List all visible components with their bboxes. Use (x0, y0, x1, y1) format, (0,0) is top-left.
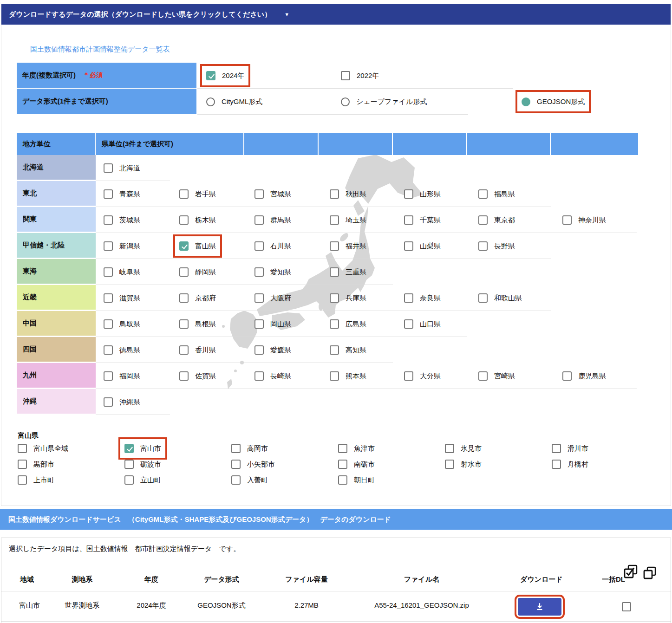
pref-checkbox-福岡県[interactable]: 福岡県 (104, 370, 140, 382)
option-label: 鳥取県 (119, 320, 140, 329)
year-option-2022年[interactable]: 2022年 (341, 70, 379, 81)
region-row-甲信越・北陸: 甲信越・北陸新潟県富山県石川県福井県山梨県長野県 (17, 233, 638, 259)
download-button[interactable] (518, 598, 561, 616)
year-option-2024年[interactable]: 2024年 (206, 70, 244, 81)
divider (96, 285, 393, 285)
checkbox-icon (478, 241, 488, 251)
checkbox-icon (478, 215, 488, 225)
option-label: 2024年 (222, 71, 244, 80)
pref-checkbox-高知県[interactable]: 高知県 (330, 344, 366, 356)
pref-checkbox-石川県[interactable]: 石川県 (254, 240, 291, 252)
batch-dl-checkbox[interactable] (622, 602, 631, 611)
city-checkbox-入善町[interactable]: 入善町 (231, 475, 268, 485)
pref-checkbox-山口県[interactable]: 山口県 (404, 318, 441, 330)
city-checkbox-富山市[interactable]: 富山市 (124, 443, 161, 454)
checkbox-icon (445, 444, 454, 453)
pref-checkbox-宮崎県[interactable]: 宮崎県 (478, 370, 515, 382)
city-checkbox-滑川市[interactable]: 滑川市 (552, 443, 588, 454)
pref-checkbox-茨城県[interactable]: 茨城県 (104, 214, 140, 226)
pref-checkbox-奈良県[interactable]: 奈良県 (404, 292, 441, 304)
pref-checkbox-秋田県[interactable]: 秋田県 (330, 188, 366, 200)
divider (1, 621, 671, 622)
pref-checkbox-神奈川県[interactable]: 神奈川県 (562, 214, 606, 226)
region-label: 沖縄 (17, 389, 96, 414)
city-checkbox-朝日町[interactable]: 朝日町 (338, 475, 375, 485)
pref-checkbox-愛媛県[interactable]: 愛媛県 (254, 344, 291, 356)
option-label: GEOJSON形式 (537, 97, 585, 106)
city-checkbox-小矢部市[interactable]: 小矢部市 (231, 459, 275, 469)
city-checkbox-舟橋村[interactable]: 舟橋村 (552, 459, 588, 469)
pref-checkbox-岩手県[interactable]: 岩手県 (179, 188, 216, 200)
panel-header[interactable]: ダウンロードするデータの選択（ダウンロードしたい県をクリックしてください） ▼ (1, 4, 671, 25)
checkbox-icon (404, 189, 413, 199)
pref-checkbox-栃木県[interactable]: 栃木県 (179, 214, 216, 226)
pref-checkbox-和歌山県[interactable]: 和歌山県 (478, 292, 522, 304)
format-option-CityGML形式[interactable]: CityGML形式 (206, 96, 262, 107)
pref-checkbox-福島県[interactable]: 福島県 (478, 188, 515, 200)
checkbox-icon (254, 241, 264, 251)
pref-checkbox-青森県[interactable]: 青森県 (104, 188, 140, 200)
city-checkbox-射水市[interactable]: 射水市 (445, 459, 482, 469)
download-col-header-データ形式: データ形式 (204, 575, 239, 584)
header-cell-empty (244, 133, 319, 155)
data-list-link[interactable]: 国土数値情報都市計画情報整備データ一覧表 (30, 45, 170, 54)
pref-checkbox-千葉県[interactable]: 千葉県 (404, 214, 441, 226)
option-label: 岐阜県 (119, 268, 140, 277)
pref-checkbox-三重県[interactable]: 三重県 (330, 266, 366, 278)
pref-checkbox-熊本県[interactable]: 熊本県 (330, 370, 366, 382)
select-all-icon[interactable] (623, 564, 639, 581)
pref-checkbox-大分県[interactable]: 大分県 (404, 370, 441, 382)
pref-checkbox-鳥取県[interactable]: 鳥取県 (104, 318, 140, 330)
pref-checkbox-宮城県[interactable]: 宮城県 (254, 188, 291, 200)
pref-checkbox-福井県[interactable]: 福井県 (330, 240, 366, 252)
city-checkbox-魚津市[interactable]: 魚津市 (338, 443, 375, 454)
pref-checkbox-長崎県[interactable]: 長崎県 (254, 370, 291, 382)
pref-checkbox-埼玉県[interactable]: 埼玉県 (330, 214, 366, 226)
city-checkbox-上市町[interactable]: 上市町 (18, 475, 54, 485)
option-label: 奈良県 (420, 294, 441, 303)
pref-checkbox-長野県[interactable]: 長野県 (478, 240, 515, 252)
pref-checkbox-佐賀県[interactable]: 佐賀県 (179, 370, 216, 382)
pref-checkbox-兵庫県[interactable]: 兵庫県 (330, 292, 366, 304)
pref-checkbox-山形県[interactable]: 山形県 (404, 188, 441, 200)
option-label: 北海道 (119, 164, 140, 173)
pref-checkbox-沖縄県[interactable]: 沖縄県 (104, 396, 140, 408)
pref-checkbox-東京都[interactable]: 東京都 (478, 214, 515, 226)
pref-checkbox-大阪府[interactable]: 大阪府 (254, 292, 291, 304)
cell-datum: 世界測地系 (65, 601, 100, 610)
option-label: 舟橋村 (568, 460, 588, 469)
pref-checkbox-島根県[interactable]: 島根県 (179, 318, 216, 330)
format-filter-row: データ形式(1件まで選択可) CityGML形式シェープファイル形式GEOJSO… (17, 89, 655, 115)
pref-checkbox-岡山県[interactable]: 岡山県 (254, 318, 291, 330)
pref-checkbox-新潟県[interactable]: 新潟県 (104, 240, 140, 252)
deselect-all-icon[interactable] (642, 566, 657, 581)
city-checkbox-南砺市[interactable]: 南砺市 (338, 459, 375, 469)
pref-checkbox-岐阜県[interactable]: 岐阜県 (104, 266, 140, 278)
pref-checkbox-広島県[interactable]: 広島県 (330, 318, 366, 330)
pref-checkbox-徳島県[interactable]: 徳島県 (104, 344, 140, 356)
city-checkbox-砺波市[interactable]: 砺波市 (124, 459, 161, 469)
region-row-関東: 関東茨城県栃木県群馬県埼玉県千葉県東京都神奈川県 (17, 207, 638, 233)
format-option-GEOJSON形式[interactable]: GEOJSON形式 (522, 96, 585, 107)
city-checkbox-黒部市[interactable]: 黒部市 (18, 459, 54, 469)
pref-checkbox-群馬県[interactable]: 群馬県 (254, 214, 291, 226)
city-checkbox-富山県全域[interactable]: 富山県全域 (18, 443, 68, 454)
city-checkbox-立山町[interactable]: 立山町 (124, 475, 161, 485)
checkbox-icon (552, 444, 561, 453)
checkbox-icon (104, 241, 113, 251)
pref-checkbox-愛知県[interactable]: 愛知県 (254, 266, 291, 278)
format-option-シェープファイル形式[interactable]: シェープファイル形式 (341, 96, 427, 107)
pref-checkbox-静岡県[interactable]: 静岡県 (179, 266, 216, 278)
pref-checkbox-香川県[interactable]: 香川県 (179, 344, 216, 356)
pref-checkbox-北海道[interactable]: 北海道 (104, 162, 140, 174)
pref-checkbox-山梨県[interactable]: 山梨県 (404, 240, 441, 252)
pref-checkbox-滋賀県[interactable]: 滋賀県 (104, 292, 140, 304)
pref-checkbox-富山県[interactable]: 富山県 (179, 240, 216, 252)
pref-checkbox-鹿児島県[interactable]: 鹿児島県 (562, 370, 606, 382)
checkbox-icon (330, 345, 339, 355)
city-checkbox-氷見市[interactable]: 氷見市 (445, 443, 482, 454)
city-checkbox-高岡市[interactable]: 高岡市 (231, 443, 268, 454)
option-label: 滋賀県 (119, 294, 140, 303)
pref-checkbox-京都府[interactable]: 京都府 (179, 292, 216, 304)
region-row-北海道: 北海道北海道 (17, 155, 638, 181)
